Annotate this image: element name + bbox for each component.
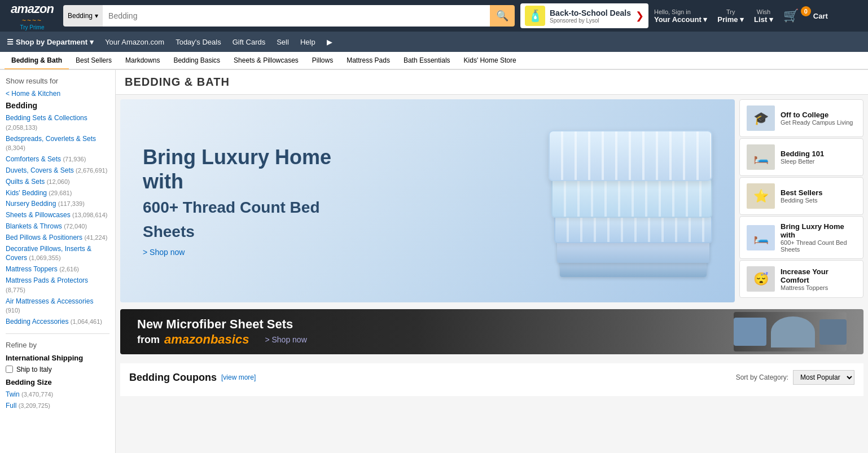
sidebar-link-mattress-toppers[interactable]: Mattress Toppers (2,616)	[6, 265, 109, 274]
search-category-label: Bedding	[68, 12, 93, 20]
try-prime-text[interactable]: Try Prime	[20, 24, 45, 30]
prime-nav[interactable]: Try Prime ▾	[717, 8, 744, 24]
list-chevron-icon: ▾	[769, 15, 773, 24]
promo-card-bestsellers-thumb: ⭐	[747, 183, 775, 209]
sidebar-link-nursery[interactable]: Nursery Bedding (117,339)	[6, 199, 109, 209]
graduation-icon: 🎓	[753, 111, 769, 126]
shop-department-nav[interactable]: ☰ Shop by Department ▾	[7, 38, 94, 46]
sidebar-link-quilts[interactable]: Quilts & Sets (12,060)	[6, 177, 109, 187]
promo-card-bestsellers[interactable]: ⭐ Best Sellers Bedding Sets	[739, 177, 863, 215]
subnav-item-markdowns[interactable]: Markdowns	[119, 52, 166, 69]
amzn-basics-shop-now[interactable]: > Shop now	[265, 335, 306, 344]
promo-card-college-thumb: 🎓	[747, 105, 775, 131]
subnav-item-kids-home[interactable]: Kids' Home Store	[457, 52, 523, 69]
amazon-basics-banner[interactable]: New Microfiber Sheet Sets from amazonbas…	[120, 309, 863, 354]
cart-count: 0	[801, 6, 811, 16]
promo-card-college[interactable]: 🎓 Off to College Get Ready Campus Living	[739, 99, 863, 137]
coupons-header: Bedding Coupons [view more] Sort by Cate…	[129, 370, 854, 385]
sidebar-link-bedspreads[interactable]: Bedspreads, Coverlets & Sets (8,304)	[6, 134, 109, 153]
prime-link[interactable]: Prime ▾	[717, 15, 744, 24]
search-input[interactable]	[103, 5, 490, 27]
subnav-item-mattress-pads[interactable]: Mattress Pads	[340, 52, 397, 69]
size-twin-link[interactable]: Twin (3,470,774)	[6, 390, 109, 399]
view-more-link[interactable]: [view more]	[221, 373, 256, 381]
star-icon: ⭐	[753, 189, 769, 204]
header: amazon ~~~~ Try Prime Bedding ▾ 🔍 🧴 Back…	[0, 0, 868, 32]
sort-select[interactable]: Most Popular	[793, 370, 854, 385]
menu-icon: ☰	[7, 38, 14, 46]
hero-text: Bring Luxury Home with 600+ Thread Count…	[143, 145, 357, 257]
coupons-section: Bedding Coupons [view more] Sort by Cate…	[120, 363, 863, 396]
subnav-item-bedding-basics[interactable]: Bedding Basics	[166, 52, 227, 69]
sidebar-link-bedding-sets[interactable]: Bedding Sets & Collections (2,058,133)	[6, 113, 109, 133]
bedding-size-title: Bedding Size	[6, 378, 109, 386]
ad-icon: 🧴	[525, 6, 545, 26]
logo-smile: ~~~~	[22, 16, 42, 24]
coupons-title-area: Bedding Coupons [view more]	[129, 372, 256, 384]
subnav-item-pillows[interactable]: Pillows	[305, 52, 340, 69]
page-title-bar: BEDDING & BATH	[116, 70, 868, 95]
hello-text: Hello, Sign in	[654, 8, 707, 15]
cart-icon: 🛒	[783, 8, 799, 23]
sidebar-link-bedding-accessories[interactable]: Bedding Accessories (1,064,461)	[6, 317, 109, 327]
sidebar-link-comforters[interactable]: Comforters & Sets (71,936)	[6, 155, 109, 164]
sidebar-link-air-mattresses[interactable]: Air Mattresses & Accessories (910)	[6, 297, 109, 316]
account-nav[interactable]: Hello, Sign in Your Account ▾	[654, 8, 707, 24]
gift-cards-nav[interactable]: Gift Cards	[233, 38, 266, 46]
account-chevron-icon: ▾	[703, 15, 707, 24]
sidebar-link-blankets[interactable]: Blankets & Throws (72,040)	[6, 222, 109, 231]
sidebar-link-mattress-pads[interactable]: Mattress Pads & Protectors (8,775)	[6, 276, 109, 295]
promo-card-comfort[interactable]: 😴 Increase Your Comfort Mattress Toppers	[739, 260, 863, 298]
sort-label: Sort by Category:	[736, 373, 788, 381]
sidebar-link-decorative-pillows[interactable]: Decorative Pillows, Inserts & Covers (1,…	[6, 244, 109, 263]
hero-area: Bring Luxury Home with 600+ Thread Count…	[120, 99, 863, 302]
subnav-item-bath-essentials[interactable]: Bath Essentials	[397, 52, 457, 69]
sort-area: Sort by Category: Most Popular	[736, 370, 854, 385]
sidebar-link-sheets[interactable]: Sheets & Pillowcases (13,098,614)	[6, 210, 109, 220]
amzn-basics-text-area: New Microfiber Sheet Sets from amazonbas…	[137, 316, 307, 348]
video-icon[interactable]: ▶	[327, 38, 332, 46]
your-amazon-nav[interactable]: Your Amazon.com	[105, 38, 164, 46]
intl-shipping-title: International Shipping	[6, 354, 109, 362]
search-category-select[interactable]: Bedding ▾	[63, 5, 103, 27]
ship-to-italy-row: Ship to Italy	[6, 366, 109, 373]
subnav-item-bedding-bath[interactable]: Bedding & Bath	[5, 52, 69, 69]
search-icon: 🔍	[496, 10, 508, 22]
show-results-title: Show results for	[6, 77, 109, 85]
hero-shop-now-link[interactable]: > Shop now	[143, 248, 357, 257]
amazon-logo[interactable]: amazon ~~~~ Try Prime	[7, 2, 58, 30]
try-label: Try	[717, 8, 744, 15]
sidebar-link-bed-pillows[interactable]: Bed Pillows & Positioners (41,224)	[6, 233, 109, 243]
main-layout: Show results for < Home & Kitchen Beddin…	[0, 70, 868, 453]
sheets-icon: 🛏️	[753, 230, 769, 245]
size-full-link[interactable]: Full (3,209,725)	[6, 401, 109, 411]
navbar: ☰ Shop by Department ▾ Your Amazon.com T…	[0, 32, 868, 52]
sidebar-link-kids-bedding[interactable]: Kids' Bedding (29,681)	[6, 188, 109, 198]
subnav-item-best-sellers[interactable]: Best Sellers	[69, 52, 119, 69]
sell-nav[interactable]: Sell	[277, 38, 289, 46]
help-nav[interactable]: Help	[300, 38, 315, 46]
promo-card-bedding101[interactable]: 🛏️ Bedding 101 Sleep Better	[739, 138, 863, 176]
search-button[interactable]: 🔍	[490, 5, 515, 27]
promo-card-luxury-text: Bring Luxry Home with 600+ Thread Count …	[781, 222, 856, 253]
subnav-item-sheets-pillowcases[interactable]: Sheets & Pillowcases	[227, 52, 305, 69]
list-link[interactable]: List ▾	[754, 15, 773, 24]
ship-to-italy-checkbox[interactable]	[6, 366, 13, 373]
wishlist-nav[interactable]: Wish List ▾	[754, 8, 773, 24]
hero-title: Bring Luxury Home with 600+ Thread Count…	[143, 145, 357, 243]
ad-subtitle: Sponsored by Lysol	[550, 17, 631, 24]
sidebar-link-duvets[interactable]: Duvets, Covers & Sets (2,676,691)	[6, 166, 109, 175]
amzn-basics-image-area	[734, 312, 847, 351]
promo-card-luxury[interactable]: 🛏️ Bring Luxry Home with 600+ Thread Cou…	[739, 216, 863, 259]
breadcrumb-link[interactable]: < Home & Kitchen	[6, 90, 109, 98]
wish-label: Wish	[754, 8, 773, 15]
ad-text: Back-to-School Deals Sponsored by Lysol	[550, 8, 631, 24]
logo-text: amazon	[11, 2, 54, 16]
ad-title: Back-to-School Deals	[550, 8, 631, 17]
page-title: BEDDING & BATH	[125, 76, 859, 89]
promo-cards: 🎓 Off to College Get Ready Campus Living…	[739, 99, 863, 302]
account-link[interactable]: Your Account ▾	[654, 15, 707, 24]
promo-card-comfort-thumb: 😴	[747, 266, 775, 292]
cart-nav[interactable]: 🛒 0 Cart	[783, 8, 828, 23]
todays-deals-nav[interactable]: Today's Deals	[176, 38, 221, 46]
